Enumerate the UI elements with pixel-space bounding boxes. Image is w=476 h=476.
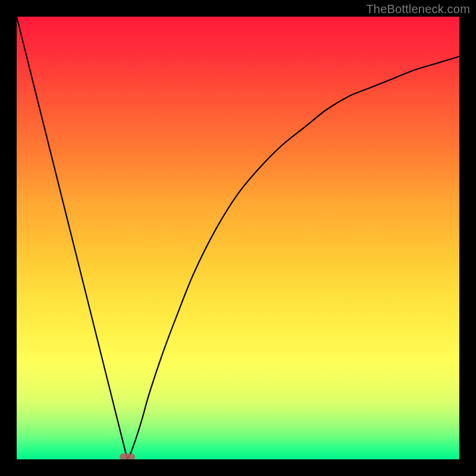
bottleneck-curve: [17, 17, 459, 459]
chart-frame: TheBottleneck.com: [0, 0, 476, 476]
watermark-text: TheBottleneck.com: [366, 2, 470, 16]
optimum-marker: [120, 453, 135, 459]
plot-area: [17, 17, 459, 459]
